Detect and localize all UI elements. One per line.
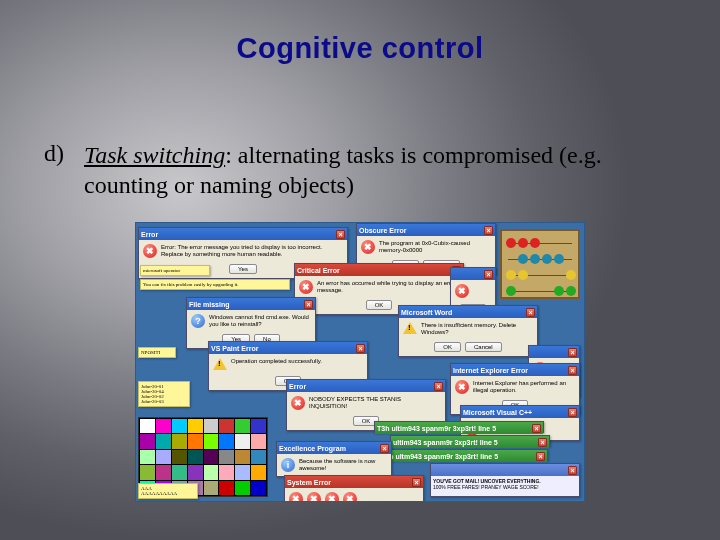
close-icon: × (536, 452, 545, 461)
sticky-note: microsoft operator (140, 265, 210, 276)
grid-icon (172, 465, 187, 479)
titlebar: Excellence Program× (277, 442, 391, 454)
error-icon: ✖ (455, 284, 469, 298)
dialog-message: Operation completed successfully. (231, 358, 322, 365)
grid-icon (172, 450, 187, 464)
grid-icon (188, 419, 203, 433)
warning-icon (403, 322, 417, 334)
info-icon: ? (191, 314, 205, 328)
illustration: Error× ✖ Error: The error message you tr… (135, 222, 585, 502)
spam-subtitle: 100% FREE FARES! PRANEY WAGE SCORE! (433, 484, 577, 490)
grid-icon (251, 450, 266, 464)
close-icon: × (532, 424, 541, 433)
titlebar: Microsoft Visual C++× (461, 406, 579, 418)
abacus-bead (530, 238, 540, 248)
titlebar: Error× (287, 380, 445, 392)
grid-icon (140, 465, 155, 479)
close-icon: × (380, 444, 389, 453)
grid-icon (172, 434, 187, 448)
dialog-message: The program at 0x0-Cubix-caused memory-0… (379, 240, 491, 254)
grid-icon (235, 434, 250, 448)
grid-icon (235, 481, 250, 495)
abacus-bead (566, 270, 576, 280)
abacus-bead (542, 254, 552, 264)
titlebar: ultim943 spanm9r 3xp3rt! line 5× (391, 436, 549, 448)
grid-icon (219, 481, 234, 495)
warning-icon (213, 358, 227, 370)
close-icon: × (568, 366, 577, 375)
abacus-bead (566, 286, 576, 296)
grid-icon (251, 481, 266, 495)
grid-icon (235, 465, 250, 479)
abacus-bead (518, 254, 528, 264)
titlebar: × (451, 268, 495, 280)
abacus-bead (518, 270, 528, 280)
abacus-bead (506, 238, 516, 248)
titlebar: T3h ultim943 spanm9r 3xp3rt! line 5× (375, 422, 543, 434)
titlebar: Microsoft Word× (399, 306, 537, 318)
grid-icon (219, 465, 234, 479)
grid-icon (188, 434, 203, 448)
grid-icon (219, 450, 234, 464)
titlebar: × (431, 464, 579, 476)
grid-icon (251, 465, 266, 479)
grid-icon (204, 450, 219, 464)
sticky-note: You can fix this problem easily by upgra… (140, 279, 290, 290)
bullet-label: d) (44, 140, 78, 167)
sticky-note: AAA AAAAAAAAAA (138, 483, 198, 499)
close-icon: × (434, 382, 443, 391)
slide-title: Cognitive control (0, 32, 720, 65)
abacus-bead (554, 254, 564, 264)
abacus-bead (530, 254, 540, 264)
abacus-bead (518, 238, 528, 248)
grid-icon (140, 419, 155, 433)
grid-icon (235, 419, 250, 433)
ok-button: OK (434, 342, 461, 352)
grid-icon (156, 450, 171, 464)
grid-icon (188, 450, 203, 464)
error-icon: ✖ (143, 244, 157, 258)
titlebar: Critical Error× (295, 264, 463, 276)
error-icon: ✖ (455, 380, 469, 394)
grid-icon (219, 434, 234, 448)
close-icon: × (356, 344, 365, 353)
grid-icon (235, 450, 250, 464)
error-icon: ✖ (289, 492, 303, 502)
error-icon: ✖ (291, 396, 305, 410)
close-icon: × (304, 300, 313, 309)
grid-icon (188, 465, 203, 479)
bullet-text: Task switching: alternating tasks is com… (84, 140, 664, 200)
close-icon: × (412, 478, 421, 487)
grid-icon (140, 434, 155, 448)
dialog-spam-mail: × YOU'VE GOT MAIL! UNCOVER EVERYTHING. 1… (430, 463, 580, 497)
titlebar: T3h ultm943 spanm9r 3xp3rt! line 5× (379, 450, 547, 462)
close-icon: × (336, 230, 345, 239)
grid-icon (251, 434, 266, 448)
titlebar: File missing× (187, 298, 315, 310)
dialog-message: An error has occurred while trying to di… (317, 280, 459, 294)
titlebar: Obscure Error× (357, 224, 495, 236)
yes-button: Yes (229, 264, 257, 274)
info-icon: i (281, 458, 295, 472)
titlebar: VS Paint Error× (209, 342, 367, 354)
dialog-system-error: System Error× ✖ ✖ ✖ ✖ (284, 475, 424, 502)
abacus-bead (506, 286, 516, 296)
grid-icon (204, 434, 219, 448)
ok-button: OK (366, 300, 393, 310)
spam-titlebar: ultim943 spanm9r 3xp3rt! line 5× (390, 435, 550, 447)
sticky-note: John-20-01 John-30-04 John-20-02 John-20… (138, 381, 190, 407)
bullet-item: d) Task switching: alternating tasks is … (44, 140, 676, 200)
titlebar: System Error× (285, 476, 423, 488)
grid-icon (156, 434, 171, 448)
abacus-bead (506, 270, 516, 280)
spam-titlebar: T3h ultim943 spanm9r 3xp3rt! line 5× (374, 421, 544, 433)
close-icon: × (484, 226, 493, 235)
dialog-message: Internet Explorer has performed an illeg… (473, 380, 575, 394)
error-icon: ✖ (307, 492, 321, 502)
abacus-image (500, 229, 580, 299)
grid-icon (156, 419, 171, 433)
grid-icon (204, 419, 219, 433)
grid-icon (156, 465, 171, 479)
error-icon: ✖ (299, 280, 313, 294)
grid-icon (172, 419, 187, 433)
